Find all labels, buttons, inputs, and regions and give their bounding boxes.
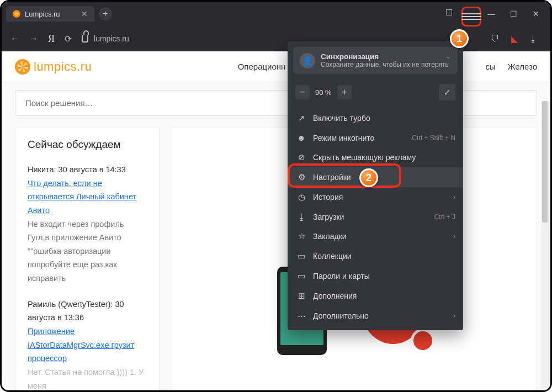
post-body: Нет. Статья не помогла )))) 1. У меня [28,365,147,390]
menu-item-label: Скрыть мешающую рекламу [313,153,416,162]
shortcut-label: Ctrl + J [434,213,455,221]
callout-badge-1: 1 [450,29,469,48]
site-logo[interactable]: lumpics.ru [15,59,92,75]
sync-subtitle: Сохраните данные, чтобы их не потерять [321,61,449,68]
callout-badge-2: 2 [359,168,378,187]
chevron-right-icon: › [453,312,455,320]
sync-panel[interactable]: 👤 Синхронизация Сохраните данные, чтобы … [293,47,458,74]
menu-item-noads[interactable]: ⊘Скрыть мешающую рекламу [288,147,463,167]
discussion-sidebar: Сейчас обсуждаем Никита: 30 августа в 14… [15,127,160,390]
download-icon: ⭳ [296,212,306,221]
tab-title: Lumpics.ru [25,10,60,18]
logo-text: lumpics.ru [34,60,92,74]
minimize-icon[interactable]: ― [481,4,501,24]
card-icon: ▭ [296,271,306,281]
close-window-icon[interactable]: ✕ [526,4,546,24]
menu-item-clock[interactable]: ◷История› [288,187,463,207]
maximize-icon[interactable]: ☐ [504,4,524,24]
menu-item-label: Дополнения [313,292,357,300]
post-link[interactable]: Что делать, если не открывается Личный к… [28,179,136,215]
url-text: lumpics.ru [94,34,129,43]
titlebar-actions: ◫ [439,2,481,27]
close-tab-icon[interactable]: ✕ [81,9,88,18]
chevron-down-icon: ⌄ [445,52,451,60]
shield-icon[interactable]: ⛉ [487,34,503,44]
reload-icon[interactable]: ⟳ [65,34,72,44]
noads-icon: ⊘ [296,152,306,162]
nav-item[interactable]: Железо [508,62,537,71]
menu-item-label: История [313,193,343,202]
post-body: Не входит через профиль Гугл,в приложени… [28,218,147,285]
yandex-home-icon[interactable]: Я [48,33,55,45]
menu-item-label: Настройки [313,173,351,182]
nav-item[interactable]: Операционн [238,62,286,71]
menu-item-rocket[interactable]: ➚Включить турбо [288,108,463,128]
new-tab-button[interactable]: + [99,7,112,20]
menu-item-label: Закладки [313,232,347,241]
zoom-value: 90 % [315,88,332,97]
browser-tab[interactable]: Lumpics.ru ✕ [6,6,94,22]
chevron-right-icon: › [453,232,455,240]
downloads-icon[interactable]: ⭳ [525,34,542,44]
logo-icon [15,59,30,75]
forward-icon[interactable]: → [29,34,38,44]
menu-item-download[interactable]: ⭳ЗагрузкиCtrl + J [288,207,463,226]
collection-icon: ▭ [296,251,306,261]
menu-item-mask[interactable]: ☻Режим инкогнитоCtrl + Shift + N [288,128,463,147]
mask-icon: ☻ [296,133,306,142]
avatar-icon: 👤 [300,53,315,68]
url-field[interactable]: lumpics.ru [82,34,258,43]
titlebar: Lumpics.ru ✕ + ◫ ― ☐ ✕ [2,2,550,26]
sidebar-toggle-icon[interactable]: ◫ [439,2,459,22]
discussion-post: Никита: 30 августа в 14:33 Что делать, е… [28,163,147,285]
menu-item-label: Дополнительно [313,311,369,320]
zoom-controls: − 90 % + ⤢ [288,80,463,108]
menu-item-label: Загрузки [313,213,344,221]
menu-item-collection[interactable]: ▭Коллекции [288,246,463,266]
menu-item-label: Коллекции [313,252,352,261]
fullscreen-button[interactable]: ⤢ [439,84,455,100]
clock-icon: ◷ [296,192,306,202]
post-meta: Никита: 30 августа в 14:33 [28,163,147,177]
gear-icon: ⚙ [296,172,306,182]
zoom-in-button[interactable]: + [337,85,352,99]
sync-title: Синхронизация [321,52,449,61]
post-meta: Рамиль (QwertyTester): 30 августа в 13:3… [28,298,147,325]
bookmark-icon[interactable]: ◣ [506,34,523,44]
scrollbar[interactable] [541,101,549,389]
page-content: lumpics.ru Операционн сы Железо Сейчас о… [2,51,550,390]
hamburger-menu-button[interactable] [461,7,481,27]
favicon-icon [13,10,20,18]
menu-item-star[interactable]: ☆Закладки› [288,226,463,246]
dots-icon: ⋯ [296,311,306,321]
browser-menu: 👤 Синхронизация Сохраните данные, чтобы … [288,41,463,330]
window-controls: ― ☐ ✕ [481,4,546,24]
star-icon: ☆ [296,231,306,241]
back-icon[interactable]: ← [10,34,19,44]
chevron-right-icon: › [453,193,455,201]
discussion-post: Рамиль (QwertyTester): 30 августа в 13:3… [28,298,147,390]
menu-item-label: Пароли и карты [313,272,370,280]
site-header: lumpics.ru Операционн сы Железо [2,51,550,82]
rocket-icon: ➚ [296,113,306,123]
post-link[interactable]: Приложение IAStorDataMgrSvc.exe грузит п… [28,327,134,363]
menu-item-dots[interactable]: ⋯Дополнительно› [288,306,463,326]
menu-item-label: Режим инкогнито [313,134,374,142]
lock-icon [82,35,88,43]
menu-item-label: Включить турбо [313,114,370,123]
zoom-out-button[interactable]: − [295,85,310,99]
menu-item-card[interactable]: ▭Пароли и карты [288,266,463,286]
puzzle-icon: ⊞ [296,291,306,301]
sidebar-heading: Сейчас обсуждаем [28,139,147,151]
nav-item[interactable]: сы [485,62,495,71]
menu-item-puzzle[interactable]: ⊞Дополнения [288,286,463,306]
shortcut-label: Ctrl + Shift + N [412,134,455,142]
